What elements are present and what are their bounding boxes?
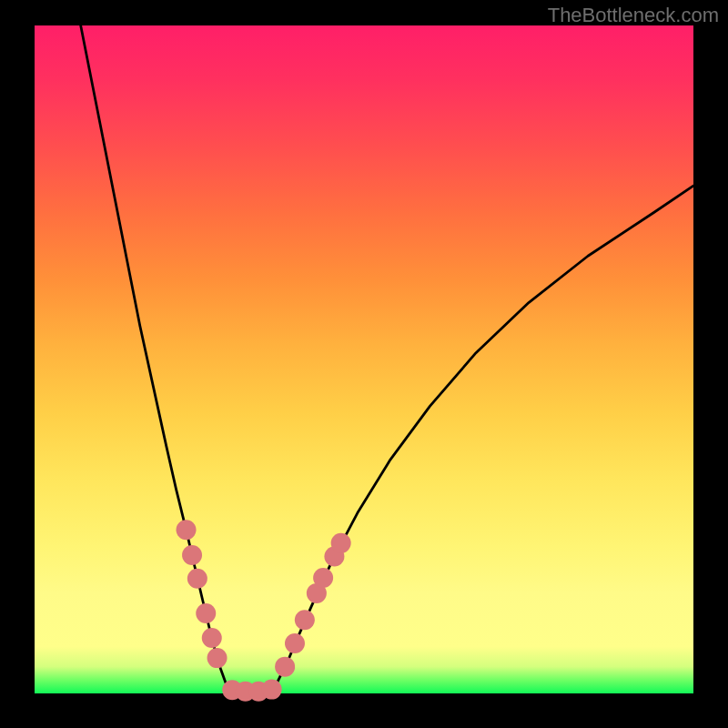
bottleneck-curve [81,25,693,693]
data-point [207,648,228,668]
data-point [202,628,222,648]
data-point [295,610,315,630]
data-point [275,657,295,677]
data-point [196,603,216,623]
data-point [177,520,197,540]
data-point [313,568,333,588]
data-point [262,680,282,700]
curve-path [81,25,693,693]
chart-frame: TheBottleneck.com [0,0,728,728]
plot-area [35,25,693,693]
data-point-markers [177,520,351,702]
data-point [187,569,207,589]
curve-layer [35,25,693,693]
watermark-text: TheBottleneck.com [548,4,719,27]
data-point [182,545,202,565]
data-point [285,633,305,653]
data-point [331,533,351,553]
